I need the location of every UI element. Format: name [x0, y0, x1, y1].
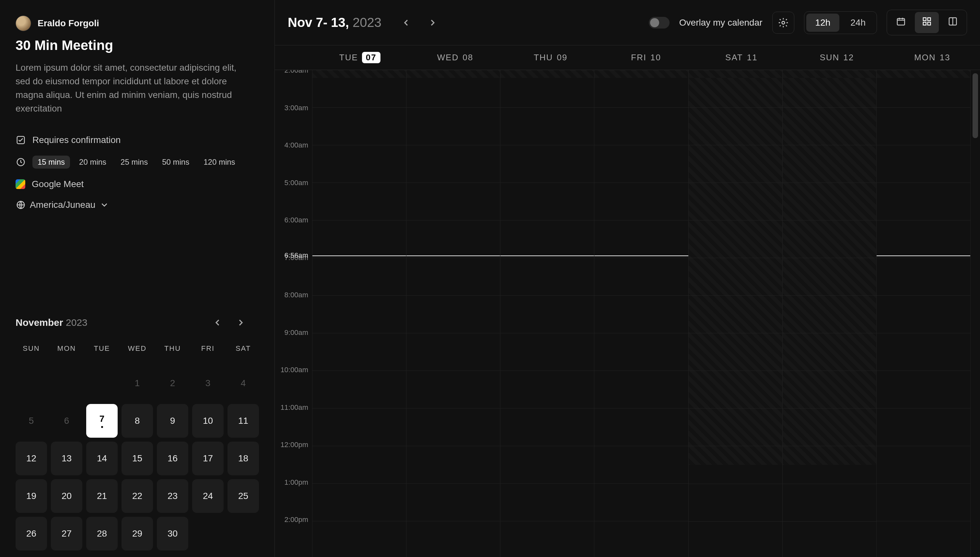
time-slot[interactable]: [689, 371, 782, 409]
time-slot[interactable]: [783, 183, 876, 220]
mini-cal-next[interactable]: [236, 318, 246, 328]
time-slot[interactable]: [594, 371, 688, 409]
mini-cal-day[interactable]: 15: [122, 441, 153, 475]
mini-cal-day[interactable]: 25: [228, 479, 259, 513]
time-slot[interactable]: [312, 371, 406, 409]
mini-cal-day[interactable]: 23: [157, 479, 188, 513]
time-slot[interactable]: [312, 296, 406, 333]
time-slot[interactable]: [877, 484, 970, 521]
time-slot[interactable]: [406, 521, 500, 557]
time-slot[interactable]: [689, 107, 782, 145]
mini-cal-day[interactable]: 29: [122, 517, 153, 550]
time-slot[interactable]: [501, 296, 594, 333]
day-column[interactable]: [312, 70, 406, 557]
time-slot[interactable]: [783, 333, 876, 371]
time-slot[interactable]: [501, 446, 594, 484]
settings-button[interactable]: [772, 12, 794, 34]
time-slot[interactable]: [501, 484, 594, 521]
format-24h[interactable]: 24h: [841, 14, 875, 32]
mini-cal-day[interactable]: 12: [16, 441, 47, 475]
time-slot[interactable]: [877, 258, 970, 296]
overlay-toggle[interactable]: [649, 17, 670, 29]
mini-cal-day[interactable]: 14: [86, 441, 118, 475]
time-slot[interactable]: [406, 296, 500, 333]
time-slot[interactable]: [783, 145, 876, 183]
time-slot[interactable]: [594, 484, 688, 521]
time-slot[interactable]: [689, 409, 782, 446]
time-slot[interactable]: [689, 145, 782, 183]
week-next[interactable]: [427, 18, 438, 28]
mini-cal-day[interactable]: 20: [51, 479, 82, 513]
time-slot[interactable]: [406, 409, 500, 446]
time-slot[interactable]: [594, 107, 688, 145]
time-slot[interactable]: [877, 183, 970, 220]
mini-cal-day[interactable]: 16: [157, 441, 188, 475]
mini-cal-day[interactable]: 26: [16, 517, 47, 550]
time-slot[interactable]: [312, 446, 406, 484]
time-slot[interactable]: [312, 484, 406, 521]
mini-cal-day[interactable]: 30: [157, 517, 188, 550]
time-slot[interactable]: [501, 183, 594, 220]
duration-option[interactable]: 15 mins: [33, 156, 70, 169]
mini-cal-prev[interactable]: [212, 318, 223, 328]
time-slot[interactable]: [689, 220, 782, 258]
mini-cal-day[interactable]: 9: [157, 404, 188, 438]
duration-option[interactable]: 120 mins: [198, 156, 240, 169]
week-prev[interactable]: [401, 18, 411, 28]
time-slot[interactable]: [689, 296, 782, 333]
day-column[interactable]: [688, 70, 782, 557]
time-slot[interactable]: [783, 258, 876, 296]
time-slot[interactable]: [877, 521, 970, 557]
mini-cal-day[interactable]: 18: [228, 441, 259, 475]
time-slot[interactable]: [877, 446, 970, 484]
time-slot[interactable]: [406, 183, 500, 220]
mini-cal-day[interactable]: 13: [51, 441, 82, 475]
time-slot[interactable]: [594, 446, 688, 484]
time-slot[interactable]: [406, 446, 500, 484]
format-12h[interactable]: 12h: [806, 14, 840, 32]
duration-option[interactable]: 50 mins: [157, 156, 195, 169]
time-slot[interactable]: [877, 220, 970, 258]
time-slot[interactable]: [783, 220, 876, 258]
time-slot[interactable]: [312, 220, 406, 258]
mini-cal-day[interactable]: 19: [16, 479, 47, 513]
time-slot[interactable]: [312, 521, 406, 557]
time-slot[interactable]: [783, 107, 876, 145]
time-slot[interactable]: [594, 220, 688, 258]
day-column[interactable]: [782, 70, 876, 557]
day-column[interactable]: [876, 70, 970, 557]
time-slot[interactable]: [312, 409, 406, 446]
time-slot[interactable]: [877, 333, 970, 371]
time-slot[interactable]: [406, 107, 500, 145]
view-calendar[interactable]: [889, 12, 913, 33]
time-slot[interactable]: [312, 107, 406, 145]
time-slot[interactable]: [312, 183, 406, 220]
time-slot[interactable]: [594, 258, 688, 296]
time-slot[interactable]: [406, 145, 500, 183]
mini-cal-day[interactable]: 22: [122, 479, 153, 513]
time-slot[interactable]: [783, 296, 876, 333]
time-slot[interactable]: [594, 409, 688, 446]
duration-option[interactable]: 20 mins: [74, 156, 112, 169]
time-slot[interactable]: [406, 333, 500, 371]
time-slot[interactable]: [406, 371, 500, 409]
time-slot[interactable]: [312, 333, 406, 371]
time-slot[interactable]: [312, 258, 406, 296]
time-slot[interactable]: [783, 371, 876, 409]
day-column[interactable]: [406, 70, 500, 557]
vertical-scrollbar[interactable]: [970, 70, 980, 557]
time-slot[interactable]: [406, 258, 500, 296]
time-slot[interactable]: [501, 107, 594, 145]
time-slot[interactable]: [501, 371, 594, 409]
time-slot[interactable]: [594, 296, 688, 333]
time-slot[interactable]: [501, 521, 594, 557]
mini-cal-day[interactable]: 24: [192, 479, 224, 513]
time-slot[interactable]: [877, 409, 970, 446]
mini-cal-day[interactable]: 21: [86, 479, 118, 513]
timezone-picker[interactable]: America/Juneau: [16, 200, 259, 210]
mini-cal-day[interactable]: 27: [51, 517, 82, 550]
time-slot[interactable]: [594, 183, 688, 220]
time-slot[interactable]: [877, 145, 970, 183]
time-slot[interactable]: [406, 484, 500, 521]
view-grid[interactable]: [915, 12, 939, 33]
